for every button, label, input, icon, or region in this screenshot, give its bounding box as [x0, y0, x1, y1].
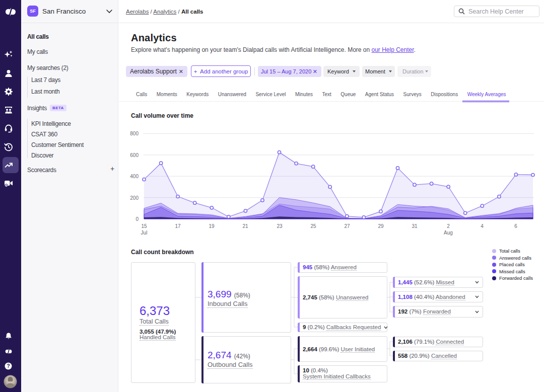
- svg-text:?: ?: [7, 363, 10, 369]
